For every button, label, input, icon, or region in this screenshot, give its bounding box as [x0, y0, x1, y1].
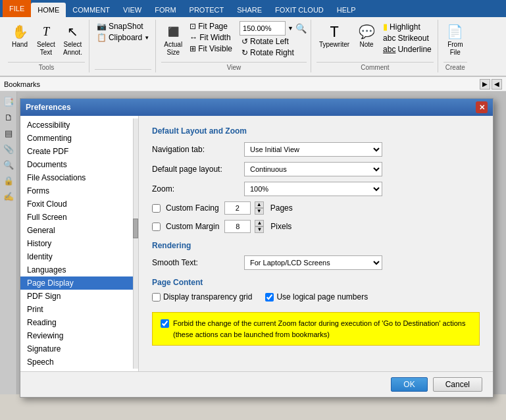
custom-margin-down[interactable]: ▼ — [255, 226, 264, 233]
snapshot-button[interactable]: 📷 SnapShot — [95, 21, 151, 32]
preferences-dialog: Preferences ✕ Accessibility Commenting C… — [20, 98, 493, 398]
note-label: Note — [360, 41, 374, 49]
fit-visible-button[interactable]: ⊞ Fit Visible — [188, 43, 234, 54]
underline-button[interactable]: abc Underline — [381, 44, 434, 55]
highlight-label: Forbid the change of the current Zoom fa… — [161, 318, 471, 340]
pane-item-identity[interactable]: Identity — [20, 250, 138, 263]
zoom-label: Zoom: — [152, 184, 244, 194]
navigation-tab-dropdown[interactable]: Use Initial View Bookmarks Panel Pages P… — [244, 142, 382, 157]
clipboard-button[interactable]: 📋 Clipboard ▼ — [95, 32, 151, 43]
highlight-button[interactable]: ▮ Highlight — [381, 21, 434, 32]
scrollbar-thumb[interactable] — [133, 219, 138, 238]
hand-label: Hand — [12, 41, 28, 49]
custom-margin-checkbox[interactable] — [152, 223, 161, 231]
fit-page-label: Fit Page — [198, 22, 228, 31]
tools-group-label: Tools — [8, 62, 85, 71]
zoom-input[interactable] — [240, 21, 286, 36]
comment-group-label: Comment — [316, 62, 434, 71]
tab-comment[interactable]: COMMENT — [66, 3, 116, 17]
fit-visible-icon: ⊞ — [190, 44, 196, 53]
pane-item-documents[interactable]: Documents — [20, 158, 138, 171]
left-pane-scrollbar[interactable] — [133, 118, 138, 369]
custom-facing-spin-btns: ▲ ▼ — [255, 201, 264, 215]
zoom-search-icon[interactable]: 🔍 — [295, 23, 307, 34]
rotate-right-button[interactable]: ↻ Rotate Right — [240, 47, 307, 58]
tab-protect[interactable]: PROTECT — [183, 3, 231, 17]
smooth-text-control: None For Monitor For Laptop/LCD Screens … — [244, 255, 480, 270]
pane-item-languages[interactable]: Languages — [20, 263, 138, 276]
select-text-label: SelectText — [37, 41, 55, 57]
pane-item-speech[interactable]: Speech — [20, 355, 138, 369]
page-layout-dropdown[interactable]: Single Page Continuous Facing Continuous… — [244, 162, 382, 176]
cancel-button[interactable]: Cancel — [433, 377, 482, 392]
pane-item-create-pdf[interactable]: Create PDF — [20, 145, 138, 158]
custom-facing-down[interactable]: ▼ — [255, 208, 264, 215]
strikeout-button[interactable]: abc Strikeout — [381, 33, 434, 43]
pane-item-pdf-sign[interactable]: PDF Sign — [20, 290, 138, 303]
view-group-label: View — [161, 62, 307, 71]
pane-item-foxit-cloud[interactable]: Foxit Cloud — [20, 197, 138, 211]
select-annotation-button[interactable]: ↖ SelectAnnot. — [61, 21, 85, 58]
logical-page-row: Use logical page numbers — [265, 292, 368, 302]
smooth-text-dropdown[interactable]: None For Monitor For Laptop/LCD Screens … — [244, 255, 382, 270]
tab-file[interactable]: FILE — [3, 0, 31, 17]
pane-item-commenting[interactable]: Commenting — [20, 132, 138, 145]
select-text-button[interactable]: T SelectText — [34, 21, 58, 58]
tab-foxit-cloud[interactable]: FOXIT CLOUD — [268, 3, 330, 17]
pane-item-reading[interactable]: Reading — [20, 316, 138, 329]
tab-form[interactable]: FORM — [148, 3, 182, 17]
pane-item-history[interactable]: History — [20, 237, 138, 250]
display-transparency-checkbox[interactable] — [152, 293, 161, 302]
page-layout-control: Single Page Continuous Facing Continuous… — [244, 162, 480, 176]
fit-page-button[interactable]: ⊡ Fit Page — [188, 21, 234, 32]
bookmarks-forward-btn[interactable]: ▶ — [480, 79, 490, 90]
typewriter-label: Typewriter — [319, 41, 349, 49]
dialog-footer: OK Cancel — [20, 371, 493, 397]
note-button[interactable]: 💬 Note — [355, 21, 378, 50]
custom-margin-input[interactable] — [224, 220, 251, 233]
dialog-title: Preferences — [26, 103, 71, 112]
custom-margin-up[interactable]: ▲ — [255, 220, 264, 226]
custom-facing-label: Custom Facing — [166, 203, 219, 213]
ribbon-content: ✋ Hand T SelectText ↖ SelectAnnot. Tools — [0, 17, 506, 76]
pane-item-full-screen[interactable]: Full Screen — [20, 211, 138, 224]
tab-view[interactable]: VIEW — [116, 3, 148, 17]
tab-help[interactable]: HELP — [330, 3, 363, 17]
pane-item-reviewing[interactable]: Reviewing — [20, 329, 138, 342]
rotate-left-button[interactable]: ↺ Rotate Left — [240, 36, 307, 47]
pane-item-file-associations[interactable]: File Associations — [20, 171, 138, 184]
ribbon-group-comment: T Typewriter 💬 Note ▮ Highlight — [313, 20, 438, 72]
dialog-close-button[interactable]: ✕ — [476, 101, 488, 113]
zoom-dropdown[interactable]: Fit Page Fit Width 50% 75% 100% 125% 150… — [244, 182, 382, 196]
custom-facing-up[interactable]: ▲ — [255, 201, 264, 208]
underline-icon: abc — [383, 45, 395, 54]
pane-item-print[interactable]: Print — [20, 303, 138, 316]
rotate-right-icon: ↻ — [241, 48, 248, 57]
typewriter-button[interactable]: T Typewriter — [316, 21, 352, 50]
actual-size-button[interactable]: ⬛ ActualSize — [161, 21, 185, 58]
left-pane-list: Accessibility Commenting Create PDF Docu… — [20, 118, 138, 369]
logical-page-checkbox[interactable] — [265, 293, 274, 302]
zoom-dropdown-icon[interactable]: ▼ — [288, 25, 293, 32]
tab-share[interactable]: SHARE — [230, 3, 268, 17]
pane-item-accessibility[interactable]: Accessibility — [20, 118, 138, 132]
create-group-label: Create — [443, 62, 467, 71]
ribbon-group-create: 📄 FromFile Create — [440, 20, 471, 72]
pane-item-general[interactable]: General — [20, 224, 138, 237]
custom-facing-checkbox[interactable] — [152, 204, 161, 213]
smooth-text-row: Smooth Text: None For Monitor For Laptop… — [152, 255, 480, 270]
from-file-button[interactable]: 📄 FromFile — [443, 21, 467, 58]
pane-item-page-display[interactable]: Page Display — [20, 276, 138, 290]
ok-button[interactable]: OK — [391, 377, 427, 392]
tab-home[interactable]: HOME — [31, 3, 66, 17]
pane-item-signature[interactable]: Signature — [20, 342, 138, 355]
bookmarks-back-btn[interactable]: ◀ — [492, 79, 502, 90]
forbid-zoom-checkbox[interactable] — [161, 319, 169, 328]
highlight-text: Forbid the change of the current Zoom fa… — [173, 318, 471, 340]
pane-item-forms[interactable]: Forms — [20, 184, 138, 197]
custom-facing-input[interactable] — [224, 201, 251, 215]
section-title: Default Layout and Zoom — [152, 126, 480, 136]
fit-width-button[interactable]: ↔ Fit Width — [188, 32, 234, 43]
custom-margin-row: Custom Margin ▲ ▼ Pixels — [152, 220, 480, 233]
hand-button[interactable]: ✋ Hand — [8, 21, 32, 50]
